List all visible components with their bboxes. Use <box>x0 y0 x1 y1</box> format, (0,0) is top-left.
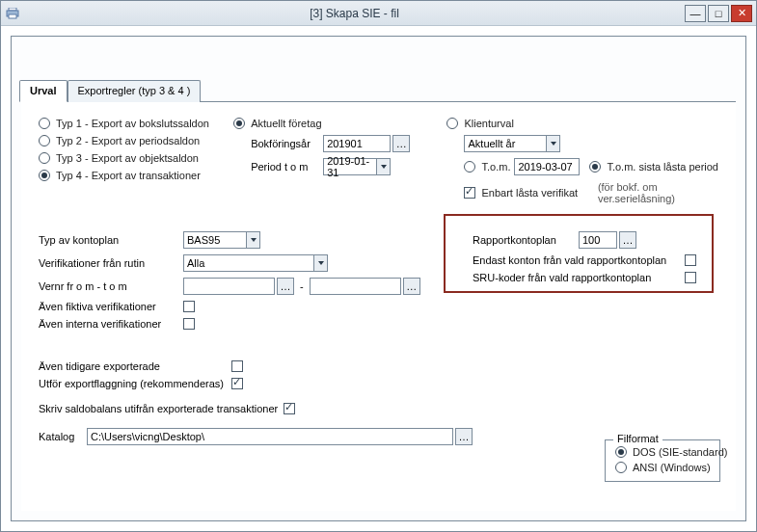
bokforingsar-input[interactable]: 201901 <box>323 135 391 152</box>
minimize-icon: — <box>690 8 701 19</box>
kontoplan-select[interactable]: BAS95 <box>183 231 260 249</box>
radio-klienturval-label[interactable]: Klienturval <box>464 118 513 129</box>
checkbox-saldobalans[interactable] <box>284 403 295 414</box>
radio-typ1[interactable] <box>39 118 50 129</box>
rapportkontoplan-input[interactable]: 100 <box>579 231 617 249</box>
vernr-from-input[interactable] <box>183 278 275 295</box>
endast-konton-label: Endast konton från vald rapportkontoplan <box>473 254 685 266</box>
ellipsis-icon: … <box>406 280 417 292</box>
katalog-value: C:\Users\vicng\Desktop\ <box>91 431 204 442</box>
forbokf-note: (för bokf. om ver.serielåsning) <box>598 181 718 204</box>
checkbox-enbart-lasta[interactable] <box>464 187 475 199</box>
vernr-dash: - <box>300 280 304 292</box>
printer-icon <box>5 7 20 20</box>
tab-urval-label: Urval <box>30 85 57 96</box>
ellipsis-icon: … <box>623 234 634 246</box>
radio-aktuellt-foretag[interactable] <box>233 118 245 129</box>
rapportkontoplan-picker[interactable]: … <box>619 231 636 249</box>
checkbox-interna[interactable] <box>183 318 195 330</box>
close-button[interactable]: ✕ <box>731 5 752 22</box>
tab-exportregler[interactable]: Exportregler (typ 3 & 4 ) <box>68 80 202 102</box>
chevron-down-icon[interactable] <box>376 159 390 174</box>
saldobalans-label: Skriv saldobalans utifrån exporterade tr… <box>39 403 278 414</box>
chevron-down-icon[interactable] <box>246 232 259 248</box>
period-label: Period t o m <box>251 161 323 173</box>
radio-tom[interactable] <box>464 161 475 173</box>
sru-koder-label: SRU-koder från vald rapportkontoplan <box>473 272 685 283</box>
rapportkontoplan-label: Rapportkontoplan <box>473 234 579 246</box>
period-select[interactable]: 2019-01-31 <box>323 158 391 175</box>
radio-typ3-label[interactable]: Typ 3 - Export av objektsaldon <box>56 152 199 164</box>
radio-typ4[interactable] <box>39 170 50 181</box>
radio-dos-label[interactable]: DOS (SIE-standard) <box>633 446 727 458</box>
radio-typ1-label[interactable]: Typ 1 - Export av bokslutssaldon <box>56 118 209 129</box>
rapportkontoplan-value: 100 <box>582 234 600 246</box>
tom-sista-label[interactable]: T.o.m. sista låsta period <box>607 161 718 173</box>
vernr-label: Vernr fr o m - t o m <box>39 280 183 292</box>
window-title: [3] Skapa SIE - fil <box>24 7 685 20</box>
vernr-from-picker[interactable]: … <box>277 278 294 295</box>
tom-value: 2019-03-07 <box>518 161 572 173</box>
checkbox-fiktiva[interactable] <box>183 301 195 312</box>
vernr-to-picker[interactable]: … <box>403 278 420 295</box>
checkbox-exportflaggning[interactable] <box>231 378 243 389</box>
radio-tom-sista[interactable] <box>589 161 601 173</box>
radio-typ4-label[interactable]: Typ 4 - Export av transaktioner <box>56 170 201 181</box>
tabpanel-urval: Typ 1 - Export av bokslutssaldon Typ 2 -… <box>21 101 736 511</box>
katalog-label: Katalog <box>39 431 87 442</box>
kontoplan-value: BAS95 <box>187 234 220 246</box>
client-area: Urval Exportregler (typ 3 & 4 ) Typ 1 - … <box>11 36 746 521</box>
radio-ansi-label[interactable]: ANSI (Windows) <box>633 462 711 473</box>
tom-input[interactable]: 2019-03-07 <box>514 158 580 175</box>
radio-typ2[interactable] <box>39 135 50 146</box>
filformat-group: Filformat DOS (SIE-standard) ANSI (Windo… <box>605 439 720 482</box>
tom-label[interactable]: T.o.m. <box>481 161 510 173</box>
ellipsis-icon: … <box>396 138 407 149</box>
bokforingsar-picker[interactable]: … <box>392 135 410 152</box>
tab-exportregler-label: Exportregler (typ 3 & 4 ) <box>78 85 191 96</box>
checkbox-tidigare-exporterade[interactable] <box>231 360 243 372</box>
katalog-picker[interactable]: … <box>455 428 473 445</box>
radio-ansi[interactable] <box>615 462 627 473</box>
checkbox-sru-koder[interactable] <box>685 272 696 283</box>
vernr-to-input[interactable] <box>310 278 401 295</box>
kontoplan-label: Typ av kontoplan <box>39 234 183 246</box>
bokforingsar-label: Bokföringsår <box>251 138 323 149</box>
maximize-icon: □ <box>716 8 722 19</box>
window: [3] Skapa SIE - fil — □ ✕ Urval Exportre… <box>0 0 757 532</box>
radio-dos[interactable] <box>615 446 627 458</box>
verif-rutin-select[interactable]: Alla <box>183 254 328 272</box>
radio-klienturval[interactable] <box>446 118 458 129</box>
radio-typ2-label[interactable]: Typ 2 - Export av periodsaldon <box>56 135 200 146</box>
fiktiva-label: Även fiktiva verifikationer <box>39 301 183 312</box>
radio-aktuellt-foretag-label[interactable]: Aktuellt företag <box>251 118 321 129</box>
aktuellt-ar-select[interactable]: Aktuellt år <box>464 135 560 152</box>
tab-urval[interactable]: Urval <box>19 80 68 102</box>
ellipsis-icon: … <box>281 280 291 292</box>
maximize-button[interactable]: □ <box>708 5 729 22</box>
bokforingsar-value: 201901 <box>327 138 363 149</box>
radio-typ3[interactable] <box>39 152 50 164</box>
svg-rect-2 <box>9 14 16 18</box>
enbart-lasta-label[interactable]: Enbart låsta verifikat <box>481 187 578 199</box>
interna-label: Även interna verifikationer <box>39 318 183 330</box>
close-icon: ✕ <box>738 7 746 19</box>
titlebar: [3] Skapa SIE - fil — □ ✕ <box>1 1 756 26</box>
checkbox-endast-konton[interactable] <box>685 254 696 266</box>
chevron-down-icon[interactable] <box>546 136 559 151</box>
filformat-legend: Filformat <box>613 433 662 444</box>
minimize-button[interactable]: — <box>685 5 706 22</box>
katalog-input[interactable]: C:\Users\vicng\Desktop\ <box>87 428 453 445</box>
chevron-down-icon[interactable] <box>313 255 327 271</box>
verif-rutin-value: Alla <box>187 257 204 269</box>
aktuellt-ar-value: Aktuellt år <box>468 138 515 149</box>
period-value: 2019-01-31 <box>327 155 374 178</box>
ellipsis-icon: … <box>459 431 470 442</box>
verif-rutin-label: Verifikationer från rutin <box>39 257 183 269</box>
tidigare-exporterade-label: Även tidigare exporterade <box>39 360 231 372</box>
exportflaggning-label: Utför exportflaggning (rekommenderas) <box>39 378 231 389</box>
